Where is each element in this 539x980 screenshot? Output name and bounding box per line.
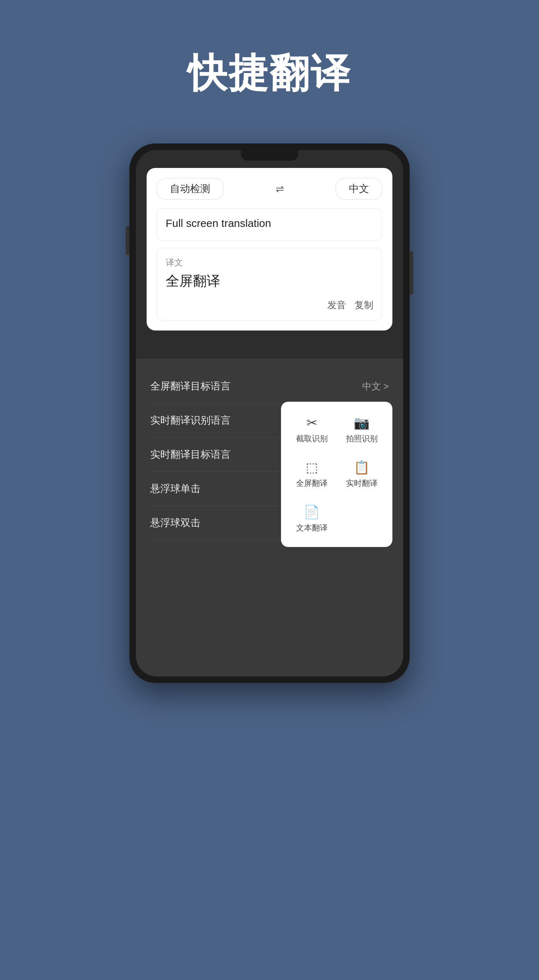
text-label: 文本翻译: [296, 523, 328, 533]
quick-action-crop[interactable]: ✂ 截取识别: [288, 409, 335, 450]
fullscreen-icon: ⬚: [306, 460, 318, 475]
phone-frame: 自动检测 ⇌ 中文 Full screen translation 译文 全屏翻…: [129, 143, 410, 683]
settings-label-realtime-target: 实时翻译目标语言: [150, 448, 231, 461]
camera-icon: 📷: [354, 415, 370, 431]
settings-value-fullscreen-target: 中文 >: [362, 380, 389, 393]
power-button: [410, 251, 413, 294]
settings-label-fullscreen-target: 全屏翻译目标语言: [150, 379, 231, 393]
translation-output: 译文 全屏翻译 发音 复制: [157, 248, 382, 320]
settings-label-float-single: 悬浮球单击: [150, 482, 200, 496]
pronounce-button[interactable]: 发音: [327, 299, 346, 312]
fullscreen-label: 全屏翻译: [296, 478, 328, 489]
realtime-icon: 📋: [354, 460, 370, 475]
volume-button: [126, 226, 129, 255]
quick-action-fullscreen[interactable]: ⬚ 全屏翻译: [288, 453, 335, 495]
language-selector: 自动检测 ⇌ 中文: [157, 178, 382, 200]
page-title: 快捷翻译: [187, 47, 352, 100]
target-lang-button[interactable]: 中文: [336, 178, 382, 200]
realtime-label: 实时翻译: [346, 478, 378, 489]
translation-input[interactable]: Full screen translation: [157, 208, 382, 240]
phone-body: 自动检测 ⇌ 中文 Full screen translation 译文 全屏翻…: [129, 143, 410, 683]
crop-label: 截取识别: [296, 433, 328, 444]
settings-label-realtime-source: 实时翻译识别语言: [150, 414, 231, 427]
phone-notch: [241, 150, 298, 161]
copy-button[interactable]: 复制: [355, 299, 373, 312]
text-icon: 📄: [304, 504, 320, 520]
translation-card: 自动检测 ⇌ 中文 Full screen translation 译文 全屏翻…: [147, 168, 392, 331]
quick-action-text[interactable]: 📄 文本翻译: [288, 498, 335, 540]
output-actions: 发音 复制: [166, 299, 373, 312]
quick-action-realtime[interactable]: 📋 实时翻译: [338, 453, 385, 495]
source-lang-button[interactable]: 自动检测: [157, 178, 224, 200]
output-label: 译文: [166, 257, 373, 268]
camera-label: 拍照识别: [346, 433, 378, 444]
quick-action-camera[interactable]: 📷 拍照识别: [338, 409, 385, 450]
output-text: 全屏翻译: [166, 272, 373, 290]
phone-screen: 自动检测 ⇌ 中文 Full screen translation 译文 全屏翻…: [136, 150, 403, 676]
settings-label-float-double: 悬浮球双击: [150, 516, 200, 530]
quick-action-popup: ✂ 截取识别 📷 拍照识别 ⬚ 全屏翻译 📋 实时翻译 📄 文本翻译: [281, 402, 392, 547]
swap-icon[interactable]: ⇌: [276, 183, 284, 195]
crop-icon: ✂: [306, 415, 317, 431]
settings-row-fullscreen-target[interactable]: 全屏翻译目标语言 中文 >: [150, 369, 389, 404]
